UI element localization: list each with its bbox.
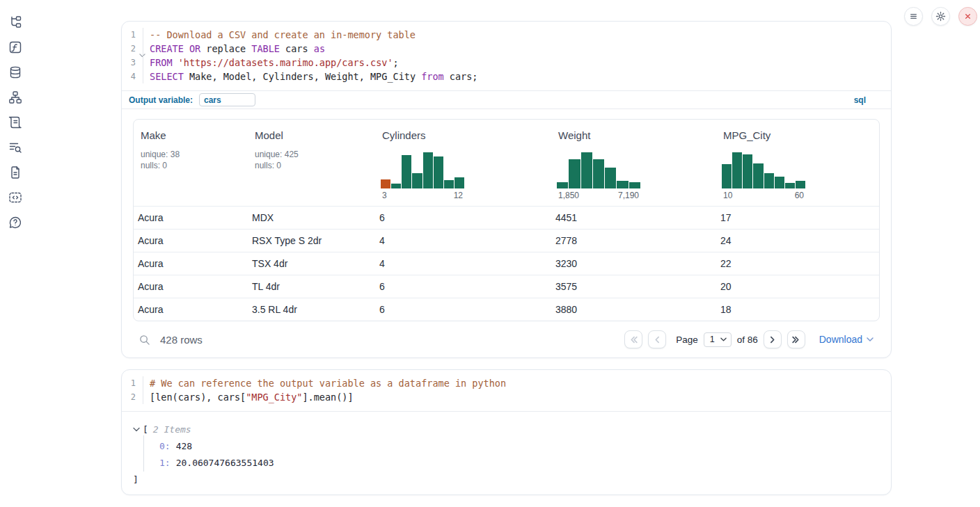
sidebar-file-tree-button[interactable]: [8, 15, 22, 29]
line-number: 2: [122, 42, 143, 56]
histogram-bar: [796, 181, 805, 188]
code-snippet-icon: [8, 191, 22, 204]
chevron-right-icon: [768, 335, 777, 344]
shutdown-button[interactable]: [958, 7, 977, 26]
sql-code-editor[interactable]: 1-- Download a CSV and create an in-memo…: [122, 22, 891, 91]
sidebar-code-snippet-button[interactable]: [8, 191, 22, 204]
table-cell: 3575: [551, 281, 716, 292]
sidebar-search-list-button[interactable]: [8, 140, 22, 154]
fold-indicator-icon[interactable]: [139, 47, 145, 51]
table-cell: 4451: [551, 212, 716, 223]
table-cell: 3230: [551, 258, 716, 269]
line-number: 1: [122, 376, 143, 390]
first-page-button[interactable]: [624, 330, 642, 348]
sidebar: [0, 0, 31, 230]
histogram-bar: [581, 152, 592, 188]
sidebar-dependency-graph-button[interactable]: [8, 90, 22, 104]
tree-entry-value: 428: [176, 441, 192, 451]
output-variable-input[interactable]: [199, 93, 255, 106]
marimo-app: 1-- Download a CSV and create an in-memo…: [0, 0, 980, 507]
output-variable-bar: Output variable: sql: [122, 91, 891, 109]
table-cell: 6: [375, 304, 551, 315]
histogram-bar: [557, 182, 568, 188]
top-actions: [904, 7, 977, 26]
table-cell: 24: [716, 235, 880, 246]
table-row[interactable]: AcuraMDX6445117: [134, 206, 879, 229]
database-icon: [8, 65, 22, 79]
column-histogram-weight[interactable]: 1,8507,190: [557, 152, 640, 200]
column-header-cylinders[interactable]: Cylinders312: [375, 120, 551, 206]
column-header-mpg_city[interactable]: MPG_City1060: [716, 120, 880, 206]
table-cell: TL 4dr: [248, 281, 375, 292]
code-line: 2CREATE OR replace TABLE cars as: [122, 42, 891, 56]
chevrons-left-icon: [629, 335, 638, 344]
sidebar-scroll-button[interactable]: [8, 115, 22, 129]
language-badge: sql: [854, 95, 866, 105]
table-row[interactable]: AcuraTL 4dr6357520: [134, 275, 879, 298]
table-cell: 17: [716, 212, 880, 223]
hist-max-label: 7,190: [618, 191, 639, 200]
python-cell: 1# We can reference the output variable …: [121, 369, 892, 495]
file-tree-icon: [8, 15, 22, 29]
column-histogram-cylinders[interactable]: 312: [381, 152, 464, 200]
download-button[interactable]: Download: [819, 334, 874, 345]
tree-item-count: 2 Items: [153, 424, 191, 435]
column-header-make[interactable]: Makeunique: 38nulls: 0: [134, 120, 248, 206]
column-histogram-mpg_city[interactable]: 1060: [722, 152, 805, 200]
chevron-left-icon: [653, 335, 662, 344]
table-row[interactable]: Acura3.5 RL 4dr6388018: [134, 298, 879, 321]
line-number: 1: [122, 28, 143, 42]
page-select[interactable]: 1: [704, 332, 732, 347]
gear-button[interactable]: [931, 7, 950, 26]
line-number: 2: [122, 390, 143, 404]
line-number: 3: [122, 56, 143, 70]
histogram-bar: [629, 182, 640, 188]
code-line: 1-- Download a CSV and create an in-memo…: [122, 28, 891, 42]
column-title: Cylinders: [382, 129, 551, 141]
sidebar-help-bubble-button[interactable]: [8, 216, 22, 230]
chevron-down-icon: [720, 337, 727, 341]
table-cell: 6: [375, 212, 551, 223]
python-code-editor[interactable]: 1# We can reference the output variable …: [122, 370, 891, 412]
histogram-bar: [434, 156, 443, 188]
column-stat: nulls: 0: [141, 160, 248, 171]
table-row[interactable]: AcuraRSX Type S 2dr4277824: [134, 229, 879, 252]
last-page-button[interactable]: [787, 330, 805, 348]
prev-page-button[interactable]: [648, 330, 666, 348]
column-header-model[interactable]: Modelunique: 425nulls: 0: [248, 120, 375, 206]
hist-max-label: 12: [454, 191, 463, 200]
sql-cell-output: Makeunique: 38nulls: 0Modelunique: 425nu…: [122, 109, 891, 352]
hist-max-label: 60: [795, 191, 804, 200]
menu-icon: [908, 10, 919, 22]
scroll-icon: [8, 115, 22, 129]
histogram-bar: [402, 155, 411, 188]
table-cell: MDX: [248, 212, 375, 223]
next-page-button[interactable]: [764, 330, 782, 348]
table-cell: 22: [716, 258, 880, 269]
table-row[interactable]: AcuraTSX 4dr4323022: [134, 252, 879, 275]
histogram-bar: [722, 164, 732, 188]
code-line: 3FROM 'https://datasets.marimo.app/cars.…: [122, 56, 891, 70]
column-stat: nulls: 0: [255, 160, 375, 171]
column-title: Model: [255, 129, 375, 141]
sidebar-database-button[interactable]: [8, 65, 22, 79]
histogram-bar: [775, 177, 784, 188]
sidebar-document-button[interactable]: [8, 166, 22, 179]
table-cell: Acura: [134, 235, 248, 246]
tree-collapse-icon[interactable]: [133, 427, 140, 432]
tree-open-bracket: [: [143, 424, 148, 435]
sidebar-function-square-button[interactable]: [8, 40, 22, 54]
histogram-bar: [764, 173, 774, 188]
column-title: Make: [141, 129, 248, 141]
tree-entry-value: 20.060747663551403: [176, 458, 274, 468]
search-icon[interactable]: [139, 334, 150, 346]
column-title: Weight: [558, 129, 716, 141]
code-text: [len(cars), cars["MPG_City"].mean()]: [143, 390, 354, 404]
table-cell: 20: [716, 281, 880, 292]
table-body: AcuraMDX6445117AcuraRSX Type S 2dr427782…: [134, 206, 879, 321]
column-header-weight[interactable]: Weight1,8507,190: [551, 120, 716, 206]
table-cell: 3880: [551, 304, 716, 315]
menu-button[interactable]: [904, 7, 923, 26]
shutdown-icon: [962, 10, 974, 22]
histogram-bar: [732, 152, 742, 188]
